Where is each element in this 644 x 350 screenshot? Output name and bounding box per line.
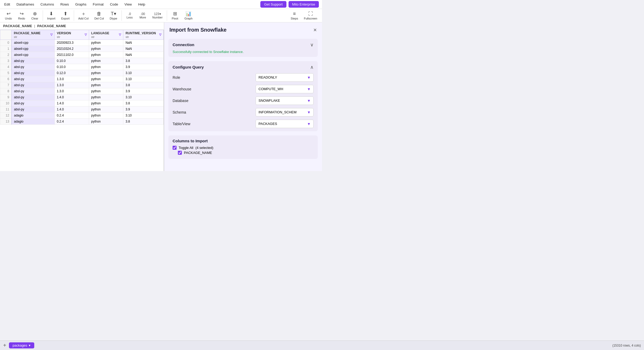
number-button[interactable]: 123▾ Number bbox=[150, 11, 165, 20]
cell-lang: python bbox=[89, 106, 123, 112]
cell-lang: python bbox=[89, 82, 123, 88]
cell-runtime: 3.8 bbox=[123, 118, 164, 124]
mito-enterprise-button[interactable]: Mito Enterprise bbox=[289, 1, 319, 8]
cell-pkg: absl-py bbox=[12, 58, 55, 64]
cell-pkg: absl-py bbox=[12, 106, 55, 112]
col-header-package-name[interactable]: PACKAGE_NAME str ▽ bbox=[12, 30, 55, 40]
sf-schema-select[interactable]: INFORMATION_SCHEM ▼ bbox=[256, 108, 314, 116]
sf-database-arrow: ▼ bbox=[307, 99, 311, 103]
cell-ver: 1.4.0 bbox=[55, 100, 89, 106]
less-icon: .0 bbox=[128, 12, 131, 16]
del-col-button[interactable]: 🗑 Del Col bbox=[92, 10, 106, 21]
col-header-language[interactable]: LANGUAGE str ▽ bbox=[89, 30, 123, 40]
sf-connection-header[interactable]: Connection ∨ bbox=[173, 42, 314, 48]
col-header-version[interactable]: VERSION str ▽ bbox=[55, 30, 89, 40]
menu-edit[interactable]: Edit bbox=[3, 2, 11, 7]
clear-button[interactable]: ⊗ Clear bbox=[28, 10, 41, 21]
sf-warehouse-select[interactable]: COMPUTE_WH ▼ bbox=[256, 85, 314, 93]
row-num: 5 bbox=[0, 70, 12, 76]
menu-view[interactable]: View bbox=[123, 2, 133, 7]
sf-connection-section: Connection ∨ Successfully connected to S… bbox=[168, 39, 318, 57]
menubar-right: Get Support Mito Enterprise bbox=[260, 1, 319, 8]
menu-help[interactable]: Help bbox=[137, 2, 146, 7]
add-col-button[interactable]: ＋ Add Col bbox=[76, 10, 91, 21]
cell-pkg: adagio bbox=[12, 118, 55, 124]
breadcrumb-sep: | bbox=[34, 24, 35, 28]
row-num: 4 bbox=[0, 64, 12, 70]
cell-lang: python bbox=[89, 40, 123, 46]
cell-ver: 1.3.0 bbox=[55, 88, 89, 94]
steps-button[interactable]: ≡ Steps bbox=[288, 10, 301, 21]
menu-format[interactable]: Format bbox=[92, 2, 105, 7]
cell-ver: 0.10.0 bbox=[55, 58, 89, 64]
sf-role-select[interactable]: READONLY ▼ bbox=[256, 73, 314, 82]
sf-tableview-row: Table/View PACKAGES ▼ bbox=[173, 120, 314, 128]
export-button[interactable]: ⬆ Export bbox=[58, 10, 72, 21]
row-num: 13 bbox=[0, 118, 12, 124]
cell-pkg: adagio bbox=[12, 112, 55, 118]
cell-ver: 20210324.2 bbox=[55, 46, 89, 52]
filter-icon-lang[interactable]: ▽ bbox=[119, 33, 121, 36]
sf-tableview-arrow: ▼ bbox=[307, 122, 311, 126]
row-num: 9 bbox=[0, 94, 12, 100]
sf-schema-value: INFORMATION_SCHEM bbox=[258, 110, 296, 114]
toolbar: ↩ Undo ↪ Redo ⊗ Clear ⬇ Import ⬆ Export … bbox=[0, 9, 322, 22]
cell-lang: python bbox=[89, 88, 123, 94]
sf-pkg-name-checkbox[interactable] bbox=[178, 151, 182, 155]
cell-runtime: 3.10 bbox=[123, 70, 164, 76]
sf-database-select[interactable]: SNOWFLAKE ▼ bbox=[256, 96, 314, 105]
graph-button[interactable]: 📊 Graph bbox=[182, 10, 195, 21]
cell-runtime: 3.9 bbox=[123, 106, 164, 112]
sf-toggle-all-checkbox[interactable] bbox=[173, 146, 177, 150]
sf-warehouse-value: COMPUTE_WH bbox=[258, 87, 283, 91]
less-button[interactable]: .0 Less bbox=[123, 11, 136, 20]
cell-ver: 1.4.0 bbox=[55, 94, 89, 100]
dtype-button[interactable]: T▾ Dtype bbox=[107, 10, 120, 21]
menu-rows[interactable]: Rows bbox=[59, 2, 70, 7]
sf-warehouse-arrow: ▼ bbox=[307, 87, 311, 91]
get-support-button[interactable]: Get Support bbox=[260, 1, 286, 8]
menubar: Edit Dataframes Columns Rows Graphs Form… bbox=[0, 0, 322, 9]
more-button[interactable]: .00 More bbox=[136, 11, 149, 20]
spreadsheet-container: PACKAGE_NAME | PACKAGE_NAME PACKAGE_NAME… bbox=[0, 22, 164, 171]
filter-icon-runtime[interactable]: ▽ bbox=[159, 33, 161, 36]
cell-runtime: NaN bbox=[123, 46, 164, 52]
cell-runtime: 3.8 bbox=[123, 58, 164, 64]
fullscreen-button[interactable]: ⛶ Fullscreen bbox=[301, 10, 320, 21]
filter-icon-ver[interactable]: ▽ bbox=[85, 33, 87, 36]
cell-ver: 0.2.4 bbox=[55, 118, 89, 124]
cell-runtime: 3.10 bbox=[123, 76, 164, 82]
sf-configure-header[interactable]: Configure Query ∧ bbox=[173, 64, 314, 70]
cell-runtime: 3.10 bbox=[123, 94, 164, 100]
pivot-button[interactable]: ⊞ Pivot bbox=[169, 10, 181, 21]
spreadsheet[interactable]: PACKAGE_NAME str ▽ VERSION str bbox=[0, 30, 164, 171]
menu-graphs[interactable]: Graphs bbox=[74, 2, 87, 7]
graph-icon: 📊 bbox=[186, 11, 191, 17]
cell-pkg: absl-py bbox=[12, 76, 55, 82]
cell-pkg: absl-py bbox=[12, 70, 55, 76]
import-button[interactable]: ⬇ Import bbox=[45, 10, 58, 21]
undo-button[interactable]: ↩ Undo bbox=[2, 10, 15, 21]
cell-runtime: 3.10 bbox=[123, 112, 164, 118]
cell-runtime: 3.9 bbox=[123, 64, 164, 70]
menu-columns[interactable]: Columns bbox=[40, 2, 55, 7]
cell-ver: 0.10.0 bbox=[55, 64, 89, 70]
number-icon: 123▾ bbox=[154, 12, 161, 16]
snowflake-panel: Import from Snowflake × Connection ∨ Suc… bbox=[164, 22, 322, 171]
sf-tableview-select[interactable]: PACKAGES ▼ bbox=[256, 120, 314, 128]
menu-dataframes[interactable]: Dataframes bbox=[15, 2, 35, 7]
cell-pkg: absl-py bbox=[12, 88, 55, 94]
sf-tableview-label: Table/View bbox=[173, 122, 199, 126]
toolbar-right: ≡ Steps ⛶ Fullscreen bbox=[288, 10, 320, 21]
sf-configure-section: Configure Query ∧ Role READONLY ▼ Wareho… bbox=[168, 61, 318, 131]
cell-pkg: absl-py bbox=[12, 64, 55, 70]
redo-button[interactable]: ↪ Redo bbox=[15, 10, 28, 21]
row-num: 10 bbox=[0, 100, 12, 106]
menu-code[interactable]: Code bbox=[109, 2, 119, 7]
clear-icon: ⊗ bbox=[33, 11, 37, 17]
redo-icon: ↪ bbox=[20, 11, 24, 17]
sf-close-button[interactable]: × bbox=[313, 27, 317, 33]
col-header-runtime[interactable]: RUNTIME_VERSION str ▽ bbox=[123, 30, 164, 40]
sf-pkg-name-label: PACKAGE_NAME bbox=[184, 151, 212, 155]
filter-icon-pkg[interactable]: ▽ bbox=[50, 33, 52, 36]
